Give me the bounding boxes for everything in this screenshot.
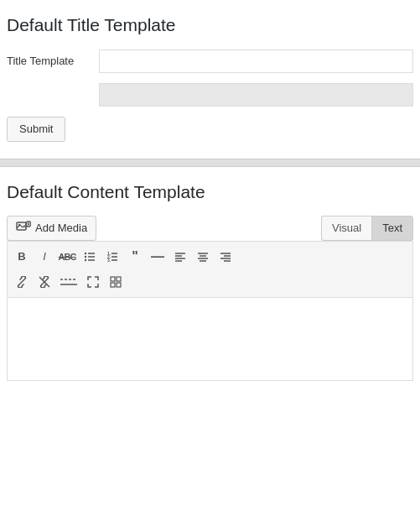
ordered-list-button[interactable]: 1. 2. 3. <box>101 247 123 267</box>
toolbar-row-1: B I ABC 1. 2. 3. <box>11 245 409 269</box>
section-divider <box>0 159 420 167</box>
title-template-label: Title Template <box>7 50 99 67</box>
align-center-button[interactable] <box>192 247 214 267</box>
blockquote-button[interactable]: " <box>124 247 146 267</box>
title-template-input[interactable] <box>99 50 413 73</box>
title-template-row: Title Template <box>7 50 413 73</box>
bold-button[interactable]: B <box>11 247 33 267</box>
title-template-gray-row <box>7 83 413 107</box>
unlink-button[interactable] <box>34 272 55 292</box>
svg-point-7 <box>85 258 86 260</box>
title-template-gray-field <box>99 83 413 107</box>
content-template-heading: Default Content Template <box>7 180 413 203</box>
add-media-label: Add Media <box>35 222 87 234</box>
editor-top-bar: Add Media Visual Text <box>7 216 413 241</box>
horizontal-rule-button[interactable]: — <box>147 247 169 267</box>
fullscreen-button[interactable] <box>82 272 104 292</box>
strikethrough-button[interactable]: ABC <box>56 247 78 267</box>
insert-more-button[interactable] <box>56 272 81 292</box>
add-media-icon <box>16 220 31 236</box>
tab-text[interactable]: Text <box>371 216 413 241</box>
editor-content-area[interactable] <box>7 297 413 381</box>
editor-tab-group: Visual Text <box>321 216 413 241</box>
align-left-button[interactable] <box>169 247 191 267</box>
svg-rect-36 <box>111 283 115 287</box>
editor-toolbar: B I ABC 1. 2. 3. <box>7 241 413 297</box>
submit-button[interactable]: Submit <box>7 117 65 142</box>
toolbar-row-2 <box>11 270 409 294</box>
svg-rect-37 <box>117 283 121 287</box>
svg-point-5 <box>85 252 86 253</box>
svg-line-29 <box>20 280 23 284</box>
svg-rect-34 <box>111 277 115 281</box>
unordered-list-button[interactable] <box>79 247 101 267</box>
svg-rect-35 <box>117 277 121 281</box>
content-template-section: Default Content Template Add Media Visua… <box>0 167 420 387</box>
italic-button[interactable]: I <box>34 247 55 267</box>
toolbar-toggle-button[interactable] <box>105 272 127 292</box>
align-right-button[interactable] <box>215 247 236 267</box>
title-template-heading: Default Title Template <box>7 13 413 36</box>
title-template-section: Default Title Template Title Template Su… <box>0 0 420 159</box>
tab-visual[interactable]: Visual <box>321 216 371 241</box>
svg-text:3.: 3. <box>107 258 111 263</box>
svg-point-6 <box>85 255 86 257</box>
link-button[interactable] <box>11 272 33 292</box>
add-media-button[interactable]: Add Media <box>7 216 96 241</box>
